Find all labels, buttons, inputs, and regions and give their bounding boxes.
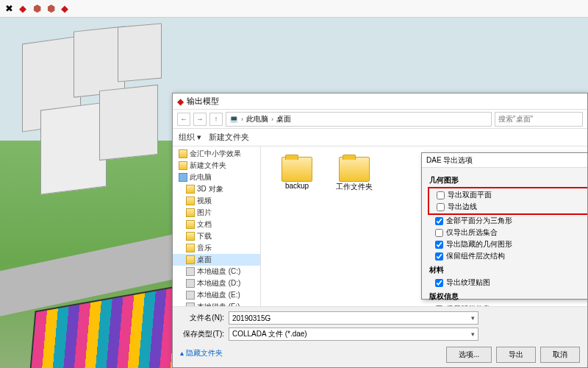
tree-item-label: 金汇中小学效果 (190, 149, 241, 159)
filetype-label: 保存类型(T): (180, 329, 224, 339)
options-title: DAE 导出选项 (426, 155, 473, 166)
file-list-area[interactable]: backup工作文件夹 DAE 导出选项 ✕ 几何图形 导出双面平面 导出边线 … (261, 146, 587, 306)
nav-up-button[interactable]: ↑ (209, 113, 223, 126)
new-folder-button[interactable]: 新建文件夹 (209, 132, 249, 143)
tree-item[interactable]: 3D 对象 (173, 183, 260, 195)
tree-item[interactable]: 视频 (173, 195, 260, 207)
chevron-down-icon: ▾ (471, 330, 475, 338)
building-model (99, 85, 158, 160)
folder-icon (186, 232, 195, 241)
folder-item[interactable]: backup (271, 157, 323, 190)
tree-item[interactable]: 下载 (173, 230, 260, 242)
pc-icon: 💻 (229, 115, 238, 123)
tree-item-label: 此电脑 (190, 172, 212, 183)
path-segment[interactable]: 桌面 (276, 114, 291, 124)
drive-icon (186, 267, 195, 276)
hierarchy-checkbox[interactable] (435, 252, 443, 261)
tree-item[interactable]: 金汇中小学效果 (173, 148, 260, 160)
folder-label: backup (285, 182, 309, 190)
triangulate-checkbox[interactable] (435, 217, 443, 225)
tree-item[interactable]: 本地磁盘 (D:) (173, 277, 260, 289)
tree-item[interactable]: 文档 (173, 219, 260, 230)
tree-item-label: 视频 (197, 196, 212, 206)
folder-icon (186, 208, 195, 217)
tree-item[interactable]: 图片 (173, 207, 260, 219)
tree-item-label: 新建文件夹 (190, 160, 226, 171)
tool-ruby-icon[interactable]: ◆ (17, 3, 29, 15)
folder-icon (186, 185, 195, 194)
options-titlebar: DAE 导出选项 ✕ (422, 153, 587, 168)
app-toolbar: ✖ ◆ ⬢ ⬢ ◆ (0, 0, 588, 18)
search-input[interactable] (495, 112, 583, 127)
tree-item[interactable]: 本地磁盘 (C:) (173, 266, 260, 277)
tree-item-label: 图片 (197, 208, 212, 218)
nav-bar: ← → ↑ 💻 › 此电脑 › 桌面 (173, 110, 587, 129)
folder-tree[interactable]: 金汇中小学效果新建文件夹此电脑3D 对象视频图片文档下载音乐桌面本地磁盘 (C:… (173, 146, 261, 306)
nav-forward-button[interactable]: → (193, 113, 207, 126)
tool-gem-icon[interactable]: ◆ (59, 3, 71, 15)
path-segment[interactable]: 此电脑 (246, 114, 268, 124)
hide-folders-link[interactable]: ▴ 隐藏文件夹 (180, 348, 223, 358)
tree-item[interactable]: 音乐 (173, 242, 260, 254)
drive-icon (186, 291, 195, 300)
highlighted-options: 导出双面平面 导出边线 (428, 187, 587, 215)
filename-label: 文件名(N): (180, 313, 224, 323)
tree-item[interactable]: 本地磁盘 (F:) (173, 301, 260, 306)
building-model (118, 23, 162, 82)
folder-icon (186, 255, 195, 264)
tool-box1-icon[interactable]: ⬢ (31, 3, 43, 15)
chevron-down-icon: ▾ (471, 314, 475, 322)
folder-icon (186, 220, 195, 229)
tree-item-label: 本地磁盘 (C:) (197, 266, 240, 277)
tree-item-label: 音乐 (197, 243, 212, 253)
folder-icon (186, 197, 195, 205)
dialog-title: 输出模型 (187, 96, 219, 107)
tree-item[interactable]: 此电脑 (173, 171, 260, 183)
texture-checkbox[interactable] (435, 279, 443, 287)
copyright-group-label: 版权信息 (429, 291, 587, 302)
tree-item-label: 文档 (197, 219, 212, 230)
folder-item[interactable]: 工作文件夹 (329, 157, 380, 192)
organize-menu[interactable]: 组织 ▾ (179, 132, 201, 143)
geometry-group-label: 几何图形 (429, 175, 587, 185)
options-button[interactable]: 选项... (446, 347, 492, 363)
selection-only-checkbox[interactable] (435, 229, 443, 237)
two-sided-checkbox[interactable] (437, 191, 445, 199)
folder-icon (179, 149, 187, 158)
folder-icon (282, 157, 312, 182)
folder-label: 工作文件夹 (336, 182, 373, 192)
dialog-toolbar: 组织 ▾ 新建文件夹 (173, 129, 587, 146)
export-button[interactable]: 导出 (496, 347, 536, 363)
copyright-checkbox[interactable] (435, 305, 443, 307)
folder-icon (186, 244, 195, 252)
tree-item[interactable]: 本地磁盘 (E:) (173, 289, 260, 301)
dialog-titlebar: ◆ 输出模型 (173, 93, 587, 110)
cancel-button[interactable]: 取消 (540, 347, 580, 363)
breadcrumb[interactable]: 💻 › 此电脑 › 桌面 (226, 112, 492, 127)
filetype-combo[interactable]: COLLADA 文件 (*.dae)▾ (229, 328, 478, 341)
tree-item-label: 本地磁盘 (D:) (197, 278, 240, 289)
tool-box2-icon[interactable]: ⬢ (45, 3, 57, 15)
drive-icon (186, 279, 195, 288)
folder-icon (339, 157, 370, 182)
tool-plugin-icon[interactable]: ✖ (3, 3, 15, 15)
tree-item[interactable]: 桌面 (173, 254, 260, 266)
tree-item[interactable]: 新建文件夹 (173, 160, 260, 171)
hidden-geom-checkbox[interactable] (435, 241, 443, 249)
nav-back-button[interactable]: ← (177, 113, 190, 126)
export-dialog: ◆ 输出模型 ← → ↑ 💻 › 此电脑 › 桌面 组织 ▾ 新建文件夹 金汇中… (172, 93, 588, 368)
building-model (40, 102, 107, 194)
tree-item-label: 本地磁盘 (E:) (197, 290, 240, 300)
dialog-footer: 文件名(N): 20190315G▾ 保存类型(T): COLLADA 文件 (… (173, 306, 587, 367)
material-group-label: 材料 (429, 265, 587, 275)
dae-options-dialog: DAE 导出选项 ✕ 几何图形 导出双面平面 导出边线 全部平面分为三角形 仅导… (421, 152, 587, 300)
edges-checkbox[interactable] (437, 203, 445, 211)
tree-item-label: 3D 对象 (197, 184, 223, 194)
filename-combo[interactable]: 20190315G▾ (229, 311, 478, 325)
folder-icon (179, 161, 187, 170)
app-icon: ◆ (177, 96, 184, 107)
tree-item-label: 下载 (197, 231, 212, 241)
tree-item-label: 桌面 (197, 255, 212, 265)
pc-icon (179, 173, 187, 182)
